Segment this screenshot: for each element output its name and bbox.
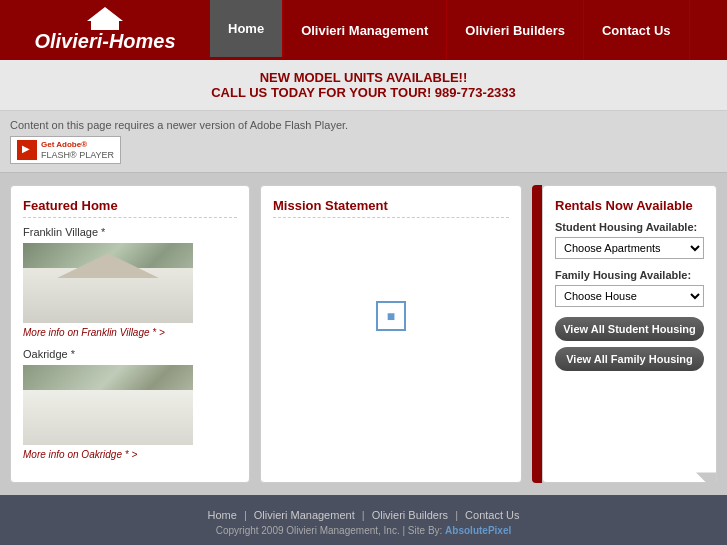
flash-text: Get Adobe® FLASH® PLAYER [41, 140, 114, 160]
nav-management[interactable]: Olivieri Management [283, 0, 447, 60]
property-img-franklin [23, 243, 193, 323]
main-content: Featured Home Franklin Village * More in… [0, 173, 727, 495]
footer-builders-link[interactable]: Olivieri Builders [372, 509, 448, 521]
house-select[interactable]: Choose House Option 1 Option 2 [555, 285, 704, 307]
footer-sep-3: | [455, 509, 461, 521]
flash-icon-img [17, 140, 37, 160]
banner-line1: NEW MODEL UNITS AVAILABLE!! [0, 70, 727, 85]
mission-divider [273, 217, 509, 218]
property-name-oakridge: Oakridge * [23, 348, 237, 360]
flash-download-button[interactable]: Get Adobe® FLASH® PLAYER [10, 136, 121, 164]
absolutepixel-link[interactable]: AbsolutePixel [445, 525, 511, 536]
nav-builders[interactable]: Olivieri Builders [447, 0, 584, 60]
footer-home-link[interactable]: Home [207, 509, 236, 521]
oakridge-building [23, 390, 193, 445]
oakridge-link[interactable]: More info on Oakridge * > [23, 449, 237, 460]
footer: Home | Olivieri Management | Olivieri Bu… [0, 495, 727, 545]
mission-content: ■ [273, 226, 509, 406]
banner-line2: CALL US TODAY FOR YOUR TOUR! 989-773-233… [0, 85, 727, 100]
footer-management-link[interactable]: Olivieri Management [254, 509, 355, 521]
banner: NEW MODEL UNITS AVAILABLE!! CALL US TODA… [0, 60, 727, 111]
property-name-franklin: Franklin Village * [23, 226, 237, 238]
logo-name: Olivieri-Homes [34, 30, 175, 53]
main-nav: Home Olivieri Management Olivieri Builde… [210, 0, 727, 60]
flash-text-top: Get Adobe® [41, 140, 114, 150]
student-housing-label: Student Housing Available: [555, 221, 704, 233]
mission-panel: Mission Statement ■ [260, 185, 522, 483]
footer-sep-1: | [244, 509, 250, 521]
nav-contact[interactable]: Contact Us [584, 0, 690, 60]
logo-house-body [91, 20, 119, 30]
rentals-panel: Rentals Now Available Student Housing Av… [542, 185, 717, 483]
featured-heading: Featured Home [23, 198, 237, 213]
logo-house-icon [87, 7, 123, 21]
copyright-text: Copyright 2009 Olivieri Management, Inc.… [10, 525, 717, 536]
rentals-wrapper: Rentals Now Available Student Housing Av… [532, 185, 717, 483]
red-accent-bar [532, 185, 542, 483]
logo-area: Olivieri-Homes [0, 0, 210, 60]
mission-flash-symbol: ■ [387, 308, 395, 324]
property-img-oakridge [23, 365, 193, 445]
flash-notice-text: Content on this page requires a newer ve… [10, 119, 348, 131]
view-family-housing-button[interactable]: View All Family Housing [555, 347, 704, 371]
flash-notice: Content on this page requires a newer ve… [0, 111, 727, 173]
copyright-label: Copyright 2009 Olivieri Management, Inc.… [216, 525, 443, 536]
footer-sep-2: | [362, 509, 368, 521]
mission-flash-icon: ■ [376, 301, 406, 331]
nav-home[interactable]: Home [210, 0, 283, 60]
logo-wrapper: Olivieri-Homes [34, 7, 175, 53]
header: Olivieri-Homes Home Olivieri Management … [0, 0, 727, 60]
flash-text-bottom: FLASH® PLAYER [41, 150, 114, 161]
view-student-housing-button[interactable]: View All Student Housing [555, 317, 704, 341]
apartments-select[interactable]: Choose Apartments Option 1 Option 2 [555, 237, 704, 259]
mission-heading: Mission Statement [273, 198, 509, 213]
footer-contact-link[interactable]: Contact Us [465, 509, 519, 521]
featured-divider [23, 217, 237, 218]
rentals-heading: Rentals Now Available [555, 198, 704, 213]
featured-panel: Featured Home Franklin Village * More in… [10, 185, 250, 483]
footer-nav: Home | Olivieri Management | Olivieri Bu… [10, 509, 717, 521]
franklin-link[interactable]: More info on Franklin Village * > [23, 327, 237, 338]
family-housing-label: Family Housing Available: [555, 269, 704, 281]
